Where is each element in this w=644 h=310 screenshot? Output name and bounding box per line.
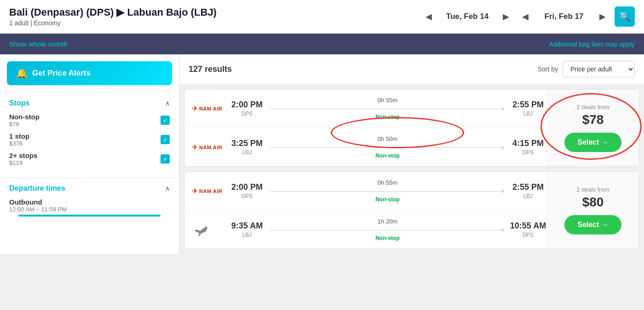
flight-card-1: ✈ NAM AIR 2:00 PM DPS 0h 55m bbox=[184, 89, 639, 167]
sort-select[interactable]: Price per adult Duration Departure time … bbox=[563, 61, 635, 77]
results-area: 127 results Sort by Price per adult Dura… bbox=[179, 54, 644, 254]
arr-airport-2-2: DPS bbox=[510, 232, 546, 238]
search-icon: 🔍 bbox=[619, 11, 631, 22]
airline-logo-2-2 bbox=[192, 222, 229, 238]
card-body-1: ✈ NAM AIR 2:00 PM DPS 0h 55m bbox=[184, 89, 639, 166]
arrow-icon-2-2: ➤ bbox=[500, 227, 505, 233]
one-stop-checkbox[interactable]: ✓ bbox=[161, 135, 170, 144]
date1-label: Tue, Feb 14 bbox=[440, 12, 495, 21]
price-amount-2: $80 bbox=[582, 195, 604, 210]
airline-name-1: NAM AIR bbox=[199, 106, 222, 111]
bell-icon: 🔔 bbox=[16, 68, 28, 79]
arr-airport-2-1: LBJ bbox=[510, 193, 546, 199]
route-title: Bali (Denpasar) (DPS) ▶ Labuan Bajo (LBJ… bbox=[9, 6, 217, 18]
duration-1-2: 0h 50m bbox=[270, 135, 505, 142]
departure-times-section: Departure times ∧ Outbound 12:00 AM – 11… bbox=[0, 177, 179, 225]
date1-prev-button[interactable]: ◀ bbox=[421, 9, 436, 24]
flight-card-2: ✈ NAM AIR 2:00 PM DPS 0h 55m bbox=[184, 171, 639, 249]
select-button-1[interactable]: Select → bbox=[564, 133, 621, 152]
dep-airport-2-2: LBJ bbox=[229, 232, 265, 238]
duration-2-2: 1h 20m bbox=[270, 218, 505, 225]
duration-1-1: 0h 55m bbox=[270, 97, 505, 104]
search-button[interactable]: 🔍 bbox=[615, 6, 635, 27]
two-plus-stops-checkbox[interactable]: ✓ bbox=[161, 154, 170, 164]
price-amount-1: $78 bbox=[582, 112, 604, 127]
select-button-2[interactable]: Select → bbox=[564, 215, 621, 234]
flight-row-2-1: ✈ NAM AIR 2:00 PM DPS 0h 55m bbox=[184, 172, 546, 211]
flight-middle-2-2: 1h 20m ➤ Non-stop bbox=[265, 218, 510, 241]
arrow-icon: ➤ bbox=[500, 105, 505, 112]
flight-times-2-2: 9:35 AM LBJ 1h 20m ➤ Non-stop bbox=[229, 218, 546, 241]
results-count: 127 results bbox=[189, 64, 232, 74]
header-left: Bali (Denpasar) (DPS) ▶ Labuan Bajo (LBJ… bbox=[9, 6, 217, 27]
dep-airport-2-1: DPS bbox=[229, 193, 265, 199]
dep-airport-2: LBJ bbox=[229, 149, 265, 156]
flight-times-1-2: 3:25 PM LBJ 0h 50m ➤ Non-stop bbox=[229, 135, 546, 159]
card-body-2: ✈ NAM AIR 2:00 PM DPS 0h 55m bbox=[184, 172, 639, 249]
nonstop-checkbox[interactable]: ✓ bbox=[161, 116, 170, 125]
sort-label: Sort by bbox=[538, 65, 558, 73]
stops-filter-header: Stops ∧ bbox=[9, 99, 170, 107]
date2-label: Fri, Feb 17 bbox=[536, 12, 592, 21]
card-price-2: 2 deals from $80 Select → bbox=[547, 172, 639, 249]
flight-middle-1-2: 0h 50m ➤ Non-stop bbox=[265, 135, 510, 159]
date2-next-button[interactable]: ▶ bbox=[595, 9, 610, 24]
date2-prev-button[interactable]: ◀ bbox=[518, 9, 533, 24]
dep-time-2-1: 2:00 PM DPS bbox=[229, 182, 265, 199]
flight-times-2-1: 2:00 PM DPS 0h 55m ➤ Non-stop bbox=[229, 179, 546, 203]
nonstop-badge-2-2: Non-stop bbox=[270, 235, 505, 241]
flight-middle-2-1: 0h 55m ➤ Non-stop bbox=[265, 179, 510, 203]
one-stop-price: $376 bbox=[9, 140, 29, 147]
arr-time-main-2-2: 10:55 AM bbox=[510, 221, 546, 231]
dep-airport: DPS bbox=[229, 111, 265, 117]
one-stop-label: 1 stop bbox=[9, 132, 29, 140]
show-whole-month-link[interactable]: Show whole month bbox=[9, 40, 68, 48]
plane-icon-1: ✈ bbox=[192, 104, 198, 113]
arrow-icon-2-1: ➤ bbox=[500, 188, 505, 194]
two-plus-stops-price: $119 bbox=[9, 159, 37, 166]
outbound-time: 12:00 AM – 11:59 PM bbox=[9, 206, 170, 213]
passengers-label: 1 adult bbox=[9, 19, 29, 27]
cabin-label: Economy bbox=[34, 19, 60, 27]
dep-time-1-1: 2:00 PM DPS bbox=[229, 100, 265, 117]
arr-time-main: 2:55 PM bbox=[510, 100, 546, 110]
departure-header: Departure times ∧ bbox=[9, 184, 170, 193]
nonstop-filter-item: Non-stop $78 ✓ bbox=[9, 113, 170, 128]
dep-time-main-2-2: 9:35 AM bbox=[229, 221, 265, 231]
generic-plane-icon bbox=[192, 222, 208, 238]
arr-airport: LBJ bbox=[510, 111, 546, 117]
main-layout: 🔔 Get Price Alerts Stops ∧ Non-stop $78 … bbox=[0, 54, 644, 254]
route-subtitle: 1 adult | Economy bbox=[9, 19, 217, 27]
stops-filter-section: Stops ∧ Non-stop $78 ✓ 1 stop $376 ✓ bbox=[0, 92, 179, 177]
outbound-time-slider[interactable] bbox=[18, 215, 161, 216]
nonstop-badge-2-1: Non-stop bbox=[270, 196, 505, 203]
outbound-label: Outbound bbox=[9, 198, 170, 206]
nonstop-price: $78 bbox=[9, 121, 40, 128]
header-right: ◀ Tue, Feb 14 ▶ ◀ Fri, Feb 17 ▶ 🔍 bbox=[421, 6, 635, 27]
deals-from-2: 2 deals from bbox=[576, 186, 610, 193]
stops-filter-title: Stops bbox=[9, 99, 29, 107]
header: Bali (Denpasar) (DPS) ▶ Labuan Bajo (LBJ… bbox=[0, 0, 644, 34]
dep-time-main: 2:00 PM bbox=[229, 100, 265, 110]
flight-line-left-2 bbox=[270, 147, 500, 148]
flight-middle-1-1: 0h 55m ➤ Non-stop bbox=[265, 97, 510, 120]
arrow-icon-2: ➤ bbox=[500, 144, 505, 151]
plane-icon-2: ✈ bbox=[192, 143, 198, 152]
flight-row-2-2: 9:35 AM LBJ 1h 20m ➤ Non-stop bbox=[184, 211, 546, 249]
sort-area: Sort by Price per adult Duration Departu… bbox=[538, 61, 635, 77]
arr-time-main-2-1: 2:55 PM bbox=[510, 182, 546, 192]
nonstop-badge-1-1: Non-stop bbox=[270, 114, 505, 120]
banner: Show whole month Additional bag fees may… bbox=[0, 34, 644, 54]
flight-row-1-1: ✈ NAM AIR 2:00 PM DPS 0h 55m bbox=[184, 89, 546, 128]
two-plus-stops-label: 2+ stops bbox=[9, 152, 37, 159]
departure-times-title: Departure times bbox=[9, 184, 65, 193]
price-alerts-button[interactable]: 🔔 Get Price Alerts bbox=[7, 61, 172, 85]
nonstop-badge-1-2: Non-stop bbox=[270, 152, 505, 159]
flight-row-1-2: ✈ NAM AIR 3:25 PM LBJ 0h 50m bbox=[184, 128, 546, 166]
date1-next-button[interactable]: ▶ bbox=[499, 9, 513, 24]
flight-line-left bbox=[270, 109, 500, 109]
duration-2-1: 0h 55m bbox=[270, 179, 505, 186]
price-alerts-label: Get Price Alerts bbox=[32, 69, 91, 78]
card-flights-1: ✈ NAM AIR 2:00 PM DPS 0h 55m bbox=[184, 89, 547, 166]
arr-time-2-1: 2:55 PM LBJ bbox=[510, 182, 546, 199]
